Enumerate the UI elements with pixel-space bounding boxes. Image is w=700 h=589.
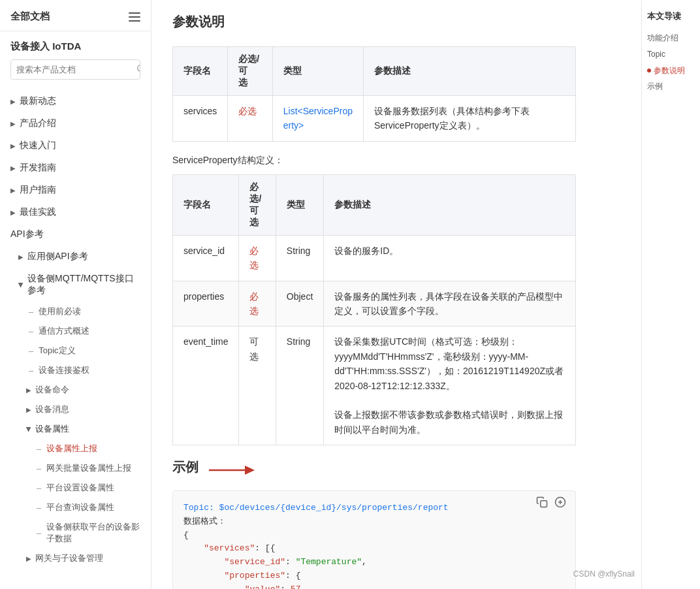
- sidebar-item-label: Topic定义: [39, 345, 75, 357]
- dash-icon: –: [37, 503, 41, 513]
- toc-item-func-intro[interactable]: 功能介绍: [647, 30, 695, 46]
- sidebar-item-dev-prop[interactable]: ▶ 设备属性: [0, 419, 151, 439]
- desc-field: 设备服务的属性列表，具体字段在设备关联的产品模型中定义，可以设置多个字段。: [324, 281, 576, 326]
- field-name: services: [173, 96, 228, 142]
- sidebar-item-label: 设备侧MQTT/MQTTS接口参考: [27, 273, 140, 296]
- red-arrow-decoration: [209, 462, 261, 478]
- toc-item-topic[interactable]: Topic: [647, 46, 695, 63]
- sidebar-item-label: 设备命令: [35, 384, 69, 396]
- sidebar-item-label: 设备消息: [35, 404, 69, 415]
- table2-col-required: 必选/可选: [239, 174, 276, 235]
- dash-icon: –: [37, 528, 41, 538]
- desc-field: 设备的服务ID。: [324, 235, 576, 281]
- table1-col-required: 必选/可选: [228, 47, 272, 96]
- chevron-down-icon: ▶: [25, 426, 33, 432]
- param-section-title: 参数说明: [172, 13, 576, 36]
- sidebar-header: 全部文档: [0, 0, 151, 31]
- sidebar-item-product-intro[interactable]: ▶ 产品介绍: [0, 112, 151, 135]
- sidebar-item-batch-report[interactable]: – 网关批量设备属性上报: [0, 458, 151, 478]
- sidebar-item-label: 应用侧API参考: [27, 251, 88, 263]
- sidebar-item-label: 用户指南: [20, 184, 56, 196]
- main-content: 参数说明 字段名 必选/可选 类型 参数描述 services 必选 List<…: [151, 0, 641, 589]
- sidebar-item-label: 平台设置设备属性: [46, 482, 114, 494]
- table-row: services 必选 List<ServiceProperty> 设备服务数据…: [173, 96, 576, 142]
- all-docs-label: 全部文档: [10, 10, 50, 23]
- nav-items: ▶ 最新动态 ▶ 产品介绍 ▶ 快速入门 ▶ 开发指南 ▶ 用户指南 ▶ 最佳实…: [0, 88, 151, 571]
- sidebar-item-latest[interactable]: ▶ 最新动态: [0, 90, 151, 112]
- sidebar-item-dev-auth[interactable]: – 设备连接鉴权: [0, 360, 151, 380]
- table-row: properties 必选 Object 设备服务的属性列表，具体字段在设备关联…: [173, 281, 576, 326]
- sidebar-item-comm-overview[interactable]: – 通信方式概述: [0, 321, 151, 341]
- sidebar-item-gateway-sub[interactable]: ▶ 网关与子设备管理: [0, 549, 151, 568]
- desc-field: 设备采集数据UTC时间（格式可选：秒级别：yyyyMMdd'T'HHmmss'Z…: [324, 326, 576, 445]
- table2-col-field: 字段名: [173, 174, 239, 235]
- csdn-watermark: CSDN @xflySnail: [573, 569, 635, 579]
- search-button[interactable]: [131, 60, 140, 79]
- sidebar-item-platform-get[interactable]: – 设备侧获取平台的设备影子数据: [0, 517, 151, 549]
- desc-field: 设备服务数据列表（具体结构参考下表ServiceProperty定义表）。: [363, 96, 575, 142]
- chevron-right-icon: ▶: [26, 406, 31, 413]
- sidebar-item-api-ref: API参考: [0, 223, 151, 246]
- dash-icon: –: [29, 326, 33, 336]
- hamburger-icon[interactable]: [129, 12, 140, 22]
- chevron-right-icon: ▶: [10, 98, 16, 105]
- example-section-header: 示例: [172, 458, 576, 481]
- chevron-right-icon: ▶: [18, 253, 24, 261]
- chevron-right-icon: ▶: [10, 165, 16, 172]
- toc-item-param-desc[interactable]: 参数说明: [647, 63, 695, 79]
- sidebar-item-label: 设备侧获取平台的设备影子数据: [46, 521, 140, 545]
- sidebar-item-dev-cmd[interactable]: ▶ 设备命令: [0, 380, 151, 400]
- table-row: service_id 必选 String 设备的服务ID。: [173, 235, 576, 281]
- sidebar-item-pre-use[interactable]: – 使用前必读: [0, 302, 151, 321]
- sidebar-item-user-guide[interactable]: ▶ 用户指南: [0, 179, 151, 201]
- sidebar-item-label: 网关与子设备管理: [35, 552, 103, 564]
- sidebar-item-label: 使用前必读: [39, 306, 81, 317]
- sidebar-item-device-mqtt: ▶ 设备侧MQTT/MQTTS接口参考: [0, 268, 151, 302]
- sidebar-item-label: 设备连接鉴权: [39, 364, 89, 376]
- sidebar-item-label: 快速入门: [20, 140, 56, 151]
- chevron-down-icon: ▶: [18, 282, 25, 287]
- field-name: event_time: [173, 326, 239, 445]
- svg-rect-4: [541, 501, 547, 507]
- sidebar-item-dev-msg[interactable]: ▶ 设备消息: [0, 400, 151, 419]
- chevron-right-icon: ▶: [26, 387, 31, 394]
- sidebar-item-label: 平台查询设备属性: [46, 501, 114, 513]
- sidebar-item-platform-set[interactable]: – 平台设置设备属性: [0, 478, 151, 498]
- field-name: properties: [173, 281, 239, 326]
- toc-item-example[interactable]: 示例: [647, 78, 695, 95]
- dash-icon: –: [29, 366, 33, 375]
- search-box: [10, 59, 140, 80]
- dash-icon: –: [29, 307, 33, 317]
- toc-title: 本文导读: [647, 10, 695, 22]
- active-dot: [647, 69, 651, 72]
- code-content: Topic: $oc/devices/{device_id}/sys/prope…: [183, 501, 565, 589]
- expand-icon[interactable]: [554, 496, 567, 509]
- sidebar: 全部文档 设备接入 IoTDA ▶ 最新动态 ▶ 产品介绍 ▶ 快速入门: [0, 0, 151, 589]
- table1-col-type: 类型: [272, 47, 363, 96]
- copy-icon[interactable]: [536, 496, 549, 509]
- chevron-right-icon: ▶: [10, 187, 16, 194]
- sidebar-item-topic-def[interactable]: – Topic定义: [0, 341, 151, 360]
- table-row: event_time 可选 String 设备采集数据UTC时间（格式可选：秒级…: [173, 326, 576, 445]
- table1-col-field: 字段名: [173, 47, 228, 96]
- sub-table-label: ServiceProperty结构定义：: [172, 155, 576, 167]
- sidebar-item-best-practice[interactable]: ▶ 最佳实践: [0, 201, 151, 223]
- sidebar-item-quick-start[interactable]: ▶ 快速入门: [0, 135, 151, 157]
- sidebar-item-dev-guide[interactable]: ▶ 开发指南: [0, 157, 151, 179]
- table1-col-desc: 参数描述: [363, 47, 575, 96]
- chevron-right-icon: ▶: [10, 209, 16, 216]
- sidebar-item-label: 最新动态: [20, 95, 56, 107]
- code-block: Topic: $oc/devices/{device_id}/sys/prope…: [172, 490, 576, 589]
- sidebar-item-label: 产品介绍: [20, 118, 56, 129]
- sidebar-item-dev-prop-report[interactable]: – 设备属性上报: [0, 439, 151, 458]
- chevron-right-icon: ▶: [10, 142, 16, 150]
- sidebar-item-label: 网关批量设备属性上报: [46, 462, 131, 474]
- sidebar-item-platform-query[interactable]: – 平台查询设备属性: [0, 498, 151, 517]
- search-input[interactable]: [11, 61, 131, 78]
- table2-col-type: 类型: [276, 174, 323, 235]
- svg-marker-3: [245, 466, 255, 475]
- sidebar-item-label: 最佳实践: [20, 206, 56, 218]
- table2: 字段名 必选/可选 类型 参数描述 service_id 必选 String 设…: [172, 174, 576, 445]
- sidebar-item-app-api[interactable]: ▶ 应用侧API参考: [0, 246, 151, 268]
- toc-panel: 本文导读 功能介绍 Topic 参数说明 示例: [641, 0, 700, 589]
